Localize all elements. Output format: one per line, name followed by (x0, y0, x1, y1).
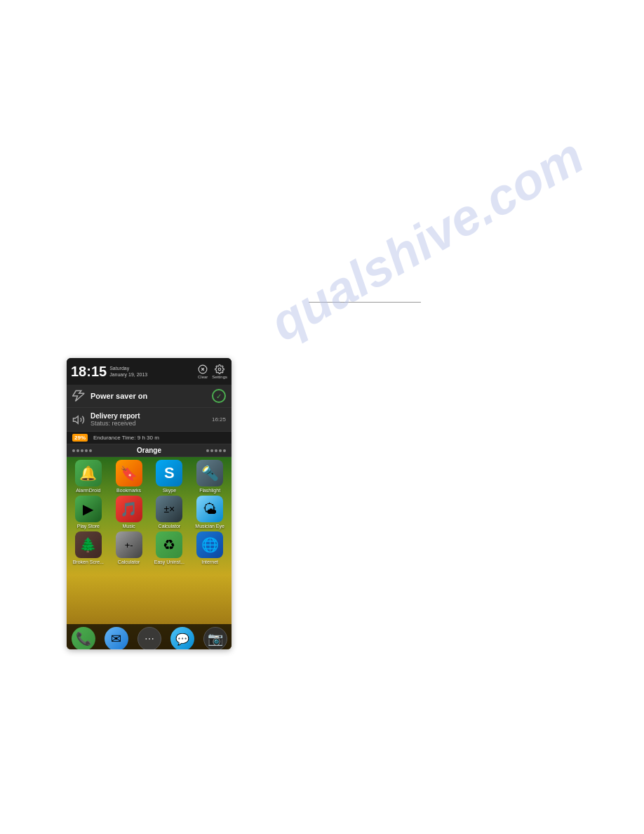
app-calculator-label: Calculator (159, 524, 181, 529)
app-musician-eye[interactable]: 🌤 Musician Eye (191, 496, 229, 529)
battery-percent: 29% (72, 434, 88, 442)
carrier-bar: Orange (67, 444, 232, 457)
music-icon: 🎵 (116, 496, 142, 522)
home-screen: 🔔 AlarmDroid 🔖 Bookmarks S Skype 🔦 Flash… (67, 457, 232, 649)
dock-camera[interactable]: 📷 (203, 627, 227, 649)
carrier-name: Orange (137, 446, 161, 454)
power-saver-icon (72, 390, 85, 402)
power-saver-text: Power saver on (90, 392, 206, 400)
app-music-label: Music (122, 524, 135, 529)
battery-bar: 29% Endurance Time: 9 h 30 m (67, 432, 232, 444)
carrier-dots-left (72, 449, 92, 452)
svg-marker-4 (74, 416, 79, 423)
calculator2-icon: +- (116, 531, 142, 558)
easy-uninstall-icon: ♻ (156, 531, 182, 558)
app-skype[interactable]: S Skype (151, 460, 189, 493)
status-day: Saturday (109, 365, 147, 371)
app-internet[interactable]: 🌐 Internet (191, 531, 229, 564)
app-bookmarks-label: Bookmarks (116, 488, 141, 493)
delivery-icon (72, 413, 85, 426)
status-time: 18:15 (71, 364, 107, 378)
skype-icon: S (156, 460, 182, 486)
power-saver-checkmark (212, 389, 226, 403)
app-grid: 🔔 AlarmDroid 🔖 Bookmarks S Skype 🔦 Flash… (67, 457, 232, 567)
app-calculator2[interactable]: +- Calculator (110, 531, 148, 564)
delivery-report-notification[interactable]: Delivery report Status: received 16:25 (67, 408, 232, 432)
app-playstore-label: Play Store (77, 524, 100, 529)
musician-eye-icon: 🌤 (196, 496, 223, 522)
app-broken-screen[interactable]: 🌲 Broken Scre... (69, 531, 107, 564)
app-broken-screen-label: Broken Scre... (73, 560, 104, 564)
divider-line (309, 302, 421, 303)
app-alarmdroid-label: AlarmDroid (76, 488, 100, 493)
app-flashlight[interactable]: 🔦 Flashlight (191, 460, 229, 493)
dock-messages[interactable]: 💬 (170, 627, 194, 649)
watermark-text: qualshive.com (260, 126, 593, 352)
power-saver-notification[interactable]: Power saver on (67, 385, 232, 408)
settings-label: Settings (212, 375, 227, 379)
app-internet-label: Internet (201, 560, 218, 564)
app-flashlight-label: Flashlight (199, 488, 220, 493)
alarm-icon: 🔔 (75, 460, 102, 486)
app-alarmdroid[interactable]: 🔔 AlarmDroid (69, 460, 107, 493)
internet-icon: 🌐 (196, 531, 223, 558)
phone-mockup: 18:15 Saturday January 19, 2013 Clear (67, 358, 232, 649)
delivery-subtitle: Status: received (90, 420, 206, 427)
delivery-time: 16:25 (212, 416, 226, 423)
dock-phone[interactable]: 📞 (72, 627, 95, 649)
app-calculator[interactable]: ±× Calculator (151, 496, 189, 529)
calculator-icon: ±× (156, 496, 182, 522)
dock-apps[interactable]: ⋯ (137, 627, 161, 649)
carrier-dots-right (206, 449, 226, 452)
app-musician-eye-label: Musician Eye (195, 524, 224, 529)
playstore-icon: ▶ (75, 496, 102, 522)
bottom-dock: 📞 ✉ ⋯ 💬 📷 (67, 624, 232, 649)
app-easy-uninstall-label: Easy Uninst... (154, 560, 185, 564)
app-easy-uninstall[interactable]: ♻ Easy Uninst... (151, 531, 189, 564)
delivery-content: Delivery report Status: received (90, 412, 206, 427)
app-music[interactable]: 🎵 Music (110, 496, 148, 529)
delivery-title: Delivery report (90, 412, 206, 420)
app-calculator2-label: Calculator (118, 560, 140, 564)
app-skype-label: Skype (163, 488, 176, 493)
broken-screen-icon: 🌲 (75, 531, 102, 558)
dock-mail[interactable]: ✉ (105, 627, 128, 649)
clear-label: Clear (198, 375, 208, 379)
bookmarks-icon: 🔖 (116, 460, 142, 486)
svg-point-3 (218, 368, 221, 371)
app-bookmarks[interactable]: 🔖 Bookmarks (110, 460, 148, 493)
app-playstore[interactable]: ▶ Play Store (69, 496, 107, 529)
status-date: January 19, 2013 (109, 371, 147, 378)
flashlight-icon: 🔦 (196, 460, 223, 486)
status-bar: 18:15 Saturday January 19, 2013 Clear (67, 358, 232, 385)
battery-endurance: Endurance Time: 9 h 30 m (93, 435, 159, 441)
clear-button[interactable]: Clear (198, 364, 208, 379)
settings-button[interactable]: Settings (212, 364, 227, 379)
